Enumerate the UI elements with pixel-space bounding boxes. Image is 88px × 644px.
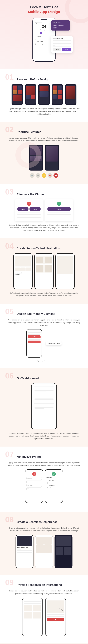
product-image: [15, 256, 31, 266]
typing-mockups: ✕ Full Name Card Number Expiry Date CVV …: [5, 469, 83, 503]
section-number: 09: [5, 578, 14, 586]
shoe-grid-mock: [35, 535, 53, 568]
section-title: Create a Seamless Experience: [17, 518, 83, 524]
clutter-bad-card: ✕ Button Button: [15, 199, 43, 221]
hero-title-line2: Mobile App Design: [4, 10, 84, 14]
todays-task-card: Today's Task High Medium Low: [51, 20, 70, 30]
arrow-icon: [48, 608, 63, 616]
section-05: 05 Design Tap-friendly Element Your feat…: [0, 304, 88, 368]
section-title: Go Text-focused: [17, 374, 83, 380]
chat-icon: 💬: [54, 173, 58, 178]
tap-visual: Add Cart Add Cart At least 7 – 10 mm: [5, 329, 83, 358]
section-intro: It is wrong to assume that your users wi…: [5, 527, 83, 532]
section-number: 01: [5, 73, 14, 81]
card-field: Card Number: [26, 480, 42, 483]
tap-phone-mock: Add Cart Add Cart: [26, 329, 42, 358]
section-09: 09 Provide Feedback on Interactions Cert…: [0, 575, 88, 643]
shoe-subtitle: Men's Shoe: [17, 549, 32, 550]
payment-option: PayPal: [46, 482, 62, 484]
payment-option: Bank Transfer: [46, 484, 62, 486]
add-cart-button: Add Cart: [28, 336, 41, 338]
create-task-card: Create New Task Task Name Date Cancel Sa…: [51, 36, 73, 53]
section-number: 04: [5, 242, 14, 250]
section-intro: Typing on mobile devices, especially on …: [5, 462, 83, 467]
shoe-image: [17, 536, 32, 546]
cancel-button: Cancel: [53, 48, 61, 51]
text-phone-mock: [31, 383, 57, 430]
movie-phone-mock: [25, 84, 36, 105]
payment-option: Cash: [46, 486, 62, 489]
bookmark-icon: 🔖: [48, 173, 52, 178]
section-number: 02: [5, 126, 14, 134]
name-field: Full Name: [26, 477, 42, 480]
shoe-title: NIKE AIR EDGE 270: [17, 547, 32, 548]
section-10: 10 Don't Ask for Permission Right at the…: [0, 643, 88, 644]
shoe-detail-mock: NIKE AIR EDGE 270 Men's Shoe: [15, 535, 33, 568]
movie-phone-mock: [52, 84, 63, 105]
section-text: Content is a medium to connect your audi…: [5, 432, 83, 440]
section-text: Self-sufficient navigation indicates a h…: [5, 292, 83, 297]
section-03: 03 Eliminate the Clutter ✕ Button Button…: [0, 184, 88, 238]
feedback-phone-mock: ●: [45, 598, 66, 636]
card-title: Today's Task: [53, 22, 68, 24]
section-08: 08 Create a Seamless Experience It is wr…: [0, 512, 88, 575]
movie-phone-mock: [11, 84, 23, 105]
hero-title-line1: Do's & Dont's of: [4, 5, 84, 9]
check-icon: ✓: [52, 472, 56, 476]
payment-title: Payment: [46, 477, 62, 478]
product-detail-mock: Modern Chair $114.00: [13, 253, 33, 289]
section-title: Prioritize Features: [17, 128, 83, 134]
section-intro: Your features are of no use unless they …: [5, 319, 83, 327]
cross-icon: ✕: [27, 202, 31, 206]
weekday-row: M T W T F S S: [34, 32, 54, 34]
check-icon: ✓: [57, 202, 61, 206]
add-cart-button: Add Cart: [28, 340, 41, 344]
section-title: Research Before Design: [17, 76, 83, 81]
form-phone-mock: ✕ Full Name Card Number Expiry Date CVV: [25, 469, 43, 503]
section-text: A less-known fact about UI/UX design is …: [5, 137, 83, 142]
payment-option: Credit Card: [46, 479, 62, 482]
button-mock: Button: [17, 207, 28, 211]
section-text: A good UI design is one that uplifts UX.…: [5, 108, 83, 116]
hero-mockups: September Today 24 Wednesday, Mar 2022 M…: [4, 18, 84, 62]
movie-phone-mock: [65, 84, 77, 105]
section-06: 06 Go Text-focused Content is a medium t…: [0, 368, 88, 446]
spacing-label: Spacing between tap: [5, 360, 83, 362]
section-title: Minimalize Typing: [17, 453, 83, 458]
save-button: Save: [62, 48, 71, 51]
tap-size-label: At least 7 – 10 mm: [46, 341, 62, 346]
section-02: 02 Prioritize Features A less-known fact…: [0, 122, 88, 184]
hero-section: Do's & Dont's of Mobile App Design Septe…: [0, 0, 88, 69]
section-title: Provide Feedback on Interactions: [17, 581, 83, 586]
expiry-field: Expiry Date: [26, 484, 42, 487]
section-number: 07: [5, 450, 14, 458]
feature-icons: 🔍 ▤ ★ 🔖 💬: [5, 173, 83, 178]
clutter-comparison: ✕ Button Button ✓ Button: [5, 199, 83, 221]
feature-mockups: [5, 145, 83, 170]
product-list-mock: [55, 253, 75, 289]
cross-icon: ✕: [32, 472, 36, 476]
section-number: 05: [5, 308, 14, 315]
section-title: Create Self-sufficient Navigation: [17, 245, 83, 250]
movie-phone-mock: [38, 84, 50, 105]
section-text: Cluttered designs overwhelm the users an…: [5, 224, 83, 232]
section-number: 06: [5, 372, 14, 380]
product-price: $114.00: [15, 274, 31, 276]
star-icon: ★: [42, 173, 46, 178]
search-icon: 🔍: [30, 173, 34, 178]
payment-phone-mock: ✓ Payment Credit Card PayPal Bank Transf…: [45, 469, 63, 503]
calendar-month: September: [35, 22, 42, 24]
seamless-mockups: NIKE AIR EDGE 270 Men's Shoe: [5, 535, 83, 568]
clutter-good-card: ✓ Button: [45, 199, 73, 221]
shoe-dark-mock: [55, 535, 73, 568]
layers-icon: ▤: [36, 173, 40, 178]
card-title: Create New Task: [53, 38, 71, 39]
feedback-phone-mock: [22, 598, 43, 636]
button-mock: Button: [29, 207, 41, 211]
section-07: 07 Minimalize Typing Typing on mobile de…: [0, 446, 88, 512]
feature-phone-mock: [45, 145, 59, 170]
product-grid-mock: [34, 253, 54, 289]
section-intro: Certain actions require visual feedback …: [5, 590, 83, 595]
movie-app-mockups: [5, 84, 83, 105]
product-name: Modern Chair: [15, 272, 31, 274]
